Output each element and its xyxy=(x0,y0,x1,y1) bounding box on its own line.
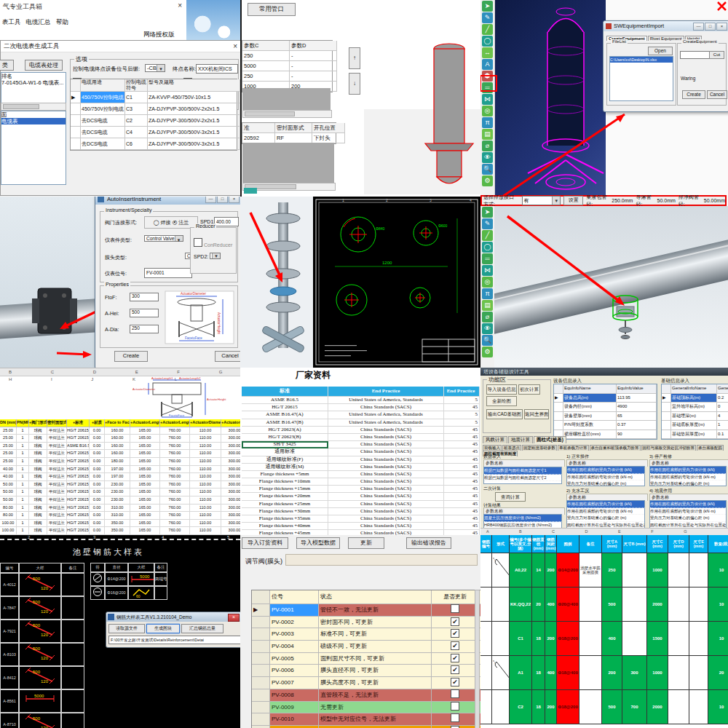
table-row[interactable]: PV-0003标准不同，可更新✔100 xyxy=(252,628,480,641)
list-item[interactable]: 作用在圆柱底部的竖向力设计值 (kN) xyxy=(567,467,644,474)
checkbox[interactable]: ✔ xyxy=(451,617,459,626)
flange-icon[interactable]: ◎ xyxy=(482,277,493,288)
text-icon[interactable]: A xyxy=(482,59,493,70)
list-item[interactable]: C:\Users\xxl\Desktop\N.xlsx xyxy=(610,57,673,63)
tab-2[interactable]: 固定刚度基础参数 xyxy=(522,445,557,451)
list-item[interactable]: 面 xyxy=(1,111,66,118)
suffix-combo[interactable]: -CB xyxy=(145,64,165,72)
type-combo[interactable]: Control Valve xyxy=(144,235,183,242)
move-down-button[interactable]: ↓ xyxy=(349,73,360,95)
checkbox[interactable] xyxy=(451,713,459,722)
equipment-name-input[interactable] xyxy=(680,51,711,59)
support-icon[interactable]: π xyxy=(482,288,493,299)
checkbox-icon[interactable] xyxy=(194,238,202,247)
table-row[interactable]: 参数C参数D xyxy=(242,41,332,51)
table-row[interactable]: Flange thickness +5mmChina Standards (SA… xyxy=(242,471,480,478)
table-row[interactable]: A-85615000 xyxy=(0,689,84,713)
table-row[interactable]: *₁A0,2214200Φ14@200池壁水平筋采用搭接250100010 xyxy=(480,553,728,587)
table-row[interactable]: Flange thickness +45mmChina Standards (S… xyxy=(242,530,480,535)
zoom-icon[interactable]: 🔍 xyxy=(482,164,493,175)
table-row[interactable]: 40.001球阀平焊法兰HG/T 206150.00197.00165.0076… xyxy=(0,466,240,474)
checkbox[interactable]: ✔ xyxy=(451,654,459,662)
import-equip-button[interactable]: 导入设备信息 xyxy=(486,384,517,395)
sketch-icon[interactable]: ✎ xyxy=(482,12,493,23)
select-icon[interactable]: ➤ xyxy=(482,207,493,218)
table-row[interactable]: Flange thickness +10mmChina Standards (S… xyxy=(242,478,480,486)
table-row[interactable]: 25.001球阀平焊法兰ASME B16.50.00160.00165.0076… xyxy=(0,443,240,451)
table-row[interactable]: ▶450/750V控制电缆C1ZA-KVVP-450/750V-10x1.5 xyxy=(71,92,237,103)
tag-input[interactable]: FV-0001 xyxy=(144,268,192,278)
flange-icon[interactable]: ◎ xyxy=(482,106,493,116)
table-row[interactable]: A-8710500120 xyxy=(0,713,84,728)
query-calc-button[interactable]: 查询计算 xyxy=(495,492,526,502)
table-row[interactable]: 50.001球阀平焊法兰HG/T 206150.00230.00165.0076… xyxy=(0,496,240,505)
menu-cable-summary[interactable]: 电缆汇总 xyxy=(26,18,51,25)
table-row[interactable]: ▶PV-0001管径不一致，无法更新800 xyxy=(252,604,480,617)
f2f-input[interactable]: 300 xyxy=(130,293,159,301)
move-up-button[interactable]: ↑ xyxy=(349,47,360,69)
nozzle-seal-table[interactable]: 准密封面形式开孔位置20592RF下封头 xyxy=(242,122,336,144)
table-row[interactable]: 钢筋编号形式编号(多个编号以英文,分隔)钢筋直径(mm)钢筋间距(mm)图例备注… xyxy=(480,535,728,553)
table-row[interactable]: ASME B16.5United States of America, Stan… xyxy=(242,397,480,404)
cancel-button[interactable]: Cancel xyxy=(707,90,727,99)
pile-subtabs[interactable]: 荷载输入桩基选点固定刚度基础参数单桩承载力计算承台自重和桩顶承载力验算固柱与底板… xyxy=(483,445,727,456)
table-row[interactable]: 40.001球阀平焊法兰HG/T 206150.00197.00165.0076… xyxy=(0,473,240,481)
list-item[interactable]: 根据已知数据与圆柱截面选定尺寸2 xyxy=(484,475,561,482)
table-row[interactable]: Flange thickness +30mmChina Standards (S… xyxy=(242,508,480,515)
list-item[interactable]: 作用在圆柱底部的竖向力设计值 (kN) xyxy=(567,501,644,508)
list-item[interactable]: 作用在圆柱底部的竖向力设计值 (kN) xyxy=(650,467,726,474)
table-row[interactable]: PV-0002密封面不同，可更新✔100 xyxy=(252,617,480,629)
table-row[interactable]: Flange thickness +25mmChina Standards (S… xyxy=(242,501,480,508)
checkbox[interactable]: ✔ xyxy=(451,678,459,687)
back-button[interactable]: 返回主界面 xyxy=(524,409,549,419)
measure-icon[interactable]: ⌀ xyxy=(482,141,493,151)
rebar-schedule-table[interactable]: 钢筋编号形式编号(多个编号以英文,分隔)钢筋直径(mm)钢筋间距(mm)图例备注… xyxy=(480,535,728,724)
table-row[interactable]: P/N苛刻度系数0.37 xyxy=(554,421,657,430)
spd1-input[interactable]: 400.00 xyxy=(214,217,239,226)
table-row[interactable]: A-4012500120 xyxy=(0,573,84,596)
table-row[interactable]: 80.001球阀平焊法兰HG/T 206150.00310.00165.0076… xyxy=(0,505,240,513)
file-listbox[interactable]: C:\Users\xxl\Desktop\N.xlsx xyxy=(609,56,673,101)
case3-list[interactable]: 作用在圆柱底部的竖向力设计值 (kN)作用在圆柱底部的弯矩设计值 (kN·m)竖… xyxy=(649,466,727,486)
checkbox[interactable]: ✔ xyxy=(451,641,459,650)
table-row[interactable]: ASME B16.47(B)United States of America, … xyxy=(242,419,480,427)
table-row[interactable]: HG/T 20615China Standards (SACS)45 xyxy=(242,404,480,411)
view-icon[interactable]: 👁 xyxy=(482,152,493,163)
calc-tabs[interactable]: 风载计算地震计算圆柱式(桩基) xyxy=(483,436,567,443)
table-row[interactable]: A-8103500120 xyxy=(0,643,84,666)
table-row[interactable]: A-8412500120 xyxy=(0,666,84,689)
table-row[interactable]: 250- xyxy=(242,51,332,61)
table-row[interactable]: PV-0006膜头直径不同，可更新✔100 xyxy=(252,665,480,677)
valve-icon[interactable]: ⋈ xyxy=(482,94,493,105)
list-item[interactable]: 作用在圆柱底部的弯矩设计值 (kN·m) xyxy=(650,508,726,515)
table-row[interactable]: 25.001球阀平焊法兰HG/T 206150.00180.00165.0076… xyxy=(0,458,240,466)
table-row[interactable]: 去DCS电缆C2ZA-DJYPVP-300/500V-2x2x1.5 xyxy=(71,115,237,127)
layer-icon[interactable]: ▤ xyxy=(482,300,493,311)
equip-info-grid[interactable]: EquInfoNameEquInfoValue▶设备总高(m)113.95设备内… xyxy=(553,384,657,440)
table-row[interactable]: 位号状态是否更新口径(mm) xyxy=(252,590,480,604)
process-button[interactable]: 电缆表处理 xyxy=(25,60,63,71)
nozzle-param-table[interactable]: 参数C参数D250-5000-250-1000200 xyxy=(242,40,333,92)
table-row[interactable]: 去DCS电缆C4ZA-DJYPVP-300/500V-3x2x1.5 xyxy=(71,127,237,138)
sketch-icon[interactable]: ✎ xyxy=(482,218,493,229)
cancel-button[interactable]: Cancel xyxy=(215,351,240,362)
case4-list[interactable]: 作用在圆柱底部的竖向力设计值 (kN)作用在圆柱底部的弯矩设计值 (kN·m)竖… xyxy=(649,500,727,531)
window-controls[interactable]: —□× xyxy=(205,197,240,203)
layer-icon[interactable]: ▤ xyxy=(482,129,493,140)
table-row[interactable]: 80.001球阀平焊法兰HG/T 206150.00310.00165.0076… xyxy=(0,512,240,520)
h-scrollbar[interactable] xyxy=(1,103,66,111)
tab-3[interactable]: 单桩承载力计算 xyxy=(558,445,589,451)
table-row[interactable]: 编号大样备注 xyxy=(0,563,84,573)
checkbox[interactable] xyxy=(451,689,459,698)
table-row[interactable]: 25.001球阀平焊法兰HG/T 206150.00160.00165.0076… xyxy=(0,450,240,458)
drain-mode-combo[interactable]: 有 xyxy=(522,196,561,205)
export-errors-button[interactable]: 输出错误报告 xyxy=(406,537,451,549)
checkbox[interactable]: ✔ xyxy=(451,665,459,674)
h-scrollbar[interactable] xyxy=(242,110,332,118)
table-row[interactable]: 设备壁厚(mm)65 xyxy=(554,412,657,422)
table-row[interactable]: Flange thickness +15mmChina Standards (S… xyxy=(242,486,480,493)
dimension-icon[interactable]: ↔ xyxy=(482,47,493,58)
checkbox[interactable] xyxy=(451,604,459,613)
open-button[interactable]: Open xyxy=(648,47,673,55)
table-row[interactable]: 通用螺纹标准(F)China Standards (SACS)45 xyxy=(242,456,480,464)
